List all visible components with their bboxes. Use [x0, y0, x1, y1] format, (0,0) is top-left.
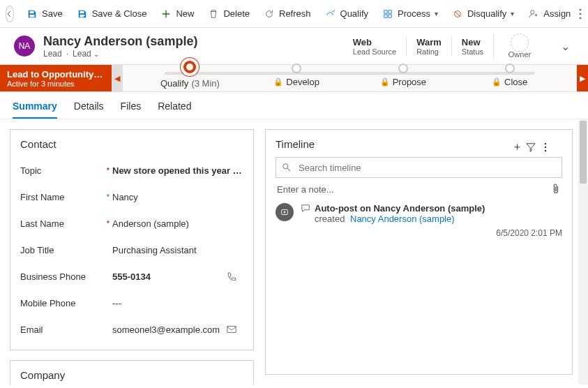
bpf-nav-prev[interactable]: ◀: [112, 65, 123, 91]
timeline-add-button[interactable]: ＋: [508, 140, 526, 154]
chevron-down-icon: ▾: [511, 10, 514, 17]
form-selector[interactable]: Lead ⌄: [73, 49, 99, 59]
process-icon: [382, 8, 393, 20]
bpf-active-text: Active for 3 minutes: [7, 80, 105, 88]
svg-point-3: [579, 13, 581, 15]
note-placeholder: Enter a note...: [277, 184, 334, 195]
business-phone-value[interactable]: 555-0134: [112, 271, 227, 282]
contact-card: Contact Topic * New store opened this ye…: [10, 129, 254, 350]
timeline-more-button[interactable]: [544, 142, 562, 152]
svg-point-6: [545, 142, 546, 144]
timeline-post[interactable]: Auto-post on Nancy Anderson (sample) cre…: [276, 200, 562, 241]
timeline-search-input[interactable]: [297, 162, 556, 174]
trash-icon: [208, 8, 219, 20]
bpf-stage-propose[interactable]: 🔒Propose: [350, 70, 457, 87]
timeline-card: Timeline ＋ Enter a note...: [265, 129, 573, 375]
stat-status[interactable]: New Status: [451, 37, 493, 56]
new-button[interactable]: New: [153, 0, 201, 28]
save-close-button[interactable]: Save & Close: [70, 0, 154, 28]
process-button[interactable]: Process ▾: [375, 0, 445, 28]
svg-point-2: [579, 8, 581, 10]
timeline-search[interactable]: [276, 157, 562, 178]
bpf-process-name: Lead to Opportunity Sale...: [7, 69, 105, 80]
header-stats: Web Lead Source Warm Rating New Status O…: [343, 33, 545, 59]
stat-rating[interactable]: Warm Rating: [406, 37, 451, 56]
new-label: New: [176, 8, 194, 19]
topic-value[interactable]: New store opened this year - f...: [112, 165, 243, 176]
title-block: Nancy Anderson (sample) Lead · Lead ⌄: [43, 34, 335, 59]
field-first-name[interactable]: First Name * Nancy: [20, 184, 243, 210]
svg-point-9: [283, 164, 288, 169]
mobile-phone-value[interactable]: ---: [112, 298, 243, 308]
back-button[interactable]: [6, 6, 14, 22]
job-title-value[interactable]: Purchasing Assistant: [112, 245, 243, 255]
scrollbar-thumb[interactable]: [580, 121, 587, 184]
save-button[interactable]: Save: [20, 0, 70, 28]
right-column: Timeline ＋ Enter a note...: [265, 129, 573, 375]
more-icon: [544, 142, 547, 152]
email-value[interactable]: someonel3@example.com: [112, 324, 227, 335]
field-business-phone[interactable]: Business Phone 555-0134: [20, 263, 243, 290]
svg-point-4: [579, 17, 581, 19]
form-body: Contact Topic * New store opened this ye…: [0, 119, 588, 385]
command-bar: Save Save & Close New Delete Refresh Qua…: [0, 0, 588, 28]
timeline-filter-button[interactable]: [526, 142, 544, 152]
timeline-note-input[interactable]: Enter a note...: [276, 178, 562, 200]
post-created-label: created: [315, 214, 345, 224]
field-mobile-phone[interactable]: Mobile Phone ---: [20, 290, 243, 316]
field-last-name[interactable]: Last Name * Anderson (sample): [20, 210, 243, 237]
field-job-title[interactable]: Job Title Purchasing Assistant: [20, 237, 243, 263]
mail-icon[interactable]: [227, 324, 243, 334]
refresh-icon: [264, 8, 275, 20]
phone-icon[interactable]: [227, 271, 243, 281]
bpf-stage-close[interactable]: 🔒Close: [456, 70, 563, 87]
stat-lead-source[interactable]: Web Lead Source: [343, 37, 406, 56]
attachment-icon[interactable]: [551, 184, 561, 195]
search-icon: [282, 163, 292, 172]
field-topic[interactable]: Topic * New store opened this year - f..…: [20, 157, 243, 184]
chevron-down-icon: ⌄: [93, 50, 99, 58]
back-icon: [6, 10, 13, 17]
assign-label: Assign: [543, 8, 571, 19]
header-expand-button[interactable]: ⌄: [554, 40, 577, 53]
tab-summary[interactable]: Summary: [13, 100, 57, 119]
bpf-stages: Qualify (3 Min) 🔒Develop 🔒Propose 🔒Close: [123, 65, 577, 91]
qualify-button[interactable]: Qualify: [318, 0, 375, 28]
tab-details[interactable]: Details: [74, 100, 104, 119]
svg-point-7: [545, 146, 546, 147]
company-card: Company: [10, 360, 254, 385]
assign-icon: [528, 8, 539, 20]
company-heading: Company: [20, 369, 243, 381]
left-column: Contact Topic * New store opened this ye…: [10, 129, 254, 375]
save-label: Save: [42, 8, 63, 19]
tab-files[interactable]: Files: [121, 100, 142, 119]
post-who[interactable]: Nancy Anderson (sample): [350, 214, 455, 224]
more-icon: [579, 8, 582, 20]
entity-label: Lead: [43, 49, 62, 59]
post-title: Auto-post on Nancy Anderson (sample): [315, 203, 485, 214]
overflow-button[interactable]: [578, 0, 582, 28]
qualify-label: Qualify: [340, 8, 368, 19]
bpf-stage-develop[interactable]: 🔒Develop: [243, 70, 350, 87]
stat-owner[interactable]: Owner: [493, 33, 545, 59]
disqualify-button[interactable]: Disqualify ▾: [445, 0, 521, 28]
bpf-nav-next[interactable]: ▶: [577, 65, 588, 91]
svg-point-1: [531, 10, 534, 13]
save-icon: [27, 8, 38, 20]
business-process-flow: Lead to Opportunity Sale... Active for 3…: [0, 64, 588, 92]
scrollbar[interactable]: [578, 119, 588, 385]
plus-icon: [160, 8, 172, 20]
refresh-button[interactable]: Refresh: [257, 0, 318, 28]
last-name-value[interactable]: Anderson (sample): [112, 218, 243, 229]
assign-button[interactable]: Assign: [521, 0, 578, 28]
bpf-stage-qualify[interactable]: Qualify (3 Min): [137, 68, 243, 89]
lock-icon: 🔒: [380, 77, 390, 87]
tab-related[interactable]: Related: [158, 100, 191, 119]
first-name-value[interactable]: Nancy: [112, 192, 243, 202]
record-header: NA Nancy Anderson (sample) Lead · Lead ⌄…: [0, 28, 588, 64]
contact-heading: Contact: [20, 138, 243, 150]
field-email[interactable]: Email someonel3@example.com: [20, 316, 243, 343]
bpf-process-header[interactable]: Lead to Opportunity Sale... Active for 3…: [0, 65, 112, 91]
owner-avatar-empty: [511, 33, 529, 52]
delete-button[interactable]: Delete: [201, 0, 257, 28]
